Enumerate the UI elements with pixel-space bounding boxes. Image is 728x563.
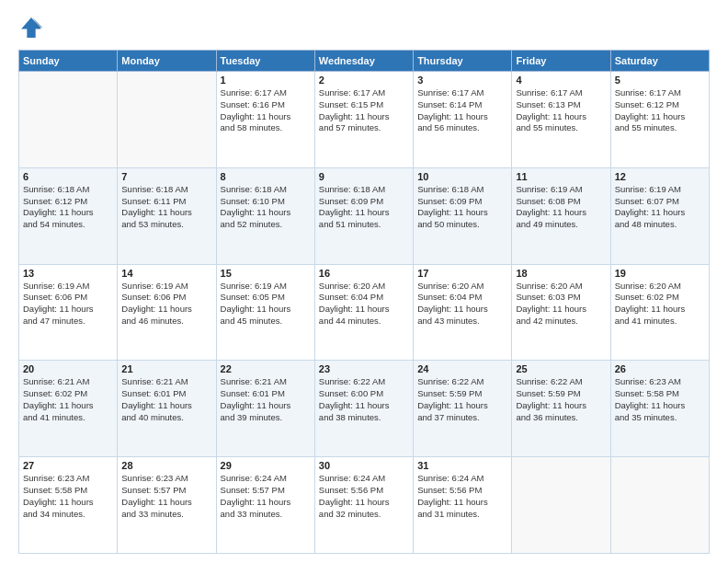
calendar-cell: 29Sunrise: 6:24 AMSunset: 5:57 PMDayligh… [216,457,314,554]
calendar-cell: 12Sunrise: 6:19 AMSunset: 6:07 PMDayligh… [610,167,709,264]
calendar-cell: 8Sunrise: 6:18 AMSunset: 6:10 PMDaylight… [216,167,314,264]
calendar-cell: 21Sunrise: 6:21 AMSunset: 6:01 PMDayligh… [118,361,216,457]
logo-icon [18,15,44,40]
calendar-cell: 23Sunrise: 6:22 AMSunset: 6:00 PMDayligh… [314,361,413,457]
calendar-cell: 17Sunrise: 6:20 AMSunset: 6:04 PMDayligh… [414,264,512,361]
day-number: 17 [417,268,507,279]
calendar-cell: 26Sunrise: 6:23 AMSunset: 5:58 PMDayligh… [610,361,709,457]
day-number: 21 [121,363,211,374]
calendar-week-5: 27Sunrise: 6:23 AMSunset: 5:58 PMDayligh… [19,457,710,554]
day-number: 11 [516,171,606,182]
day-info: Sunrise: 6:20 AMSunset: 6:02 PMDaylight:… [615,281,705,327]
day-info: Sunrise: 6:20 AMSunset: 6:04 PMDaylight:… [417,281,507,327]
day-number: 29 [221,460,311,471]
calendar-table: SundayMondayTuesdayWednesdayThursdayFrid… [18,50,710,554]
calendar-week-2: 6Sunrise: 6:18 AMSunset: 6:12 PMDaylight… [19,167,710,264]
calendar-cell: 15Sunrise: 6:19 AMSunset: 6:05 PMDayligh… [216,264,314,361]
calendar-cell: 3Sunrise: 6:17 AMSunset: 6:14 PMDaylight… [414,72,512,168]
calendar-week-1: 1Sunrise: 6:17 AMSunset: 6:16 PMDaylight… [19,72,710,168]
calendar-cell: 28Sunrise: 6:23 AMSunset: 5:57 PMDayligh… [118,457,216,554]
calendar-cell: 18Sunrise: 6:20 AMSunset: 6:03 PMDayligh… [512,264,610,361]
calendar-cell: 9Sunrise: 6:18 AMSunset: 6:09 PMDaylight… [314,167,413,264]
day-number: 1 [221,75,311,86]
calendar-cell: 31Sunrise: 6:24 AMSunset: 5:56 PMDayligh… [414,457,512,554]
day-info: Sunrise: 6:19 AMSunset: 6:08 PMDaylight:… [516,184,606,231]
day-info: Sunrise: 6:20 AMSunset: 6:03 PMDaylight:… [516,281,606,327]
day-info: Sunrise: 6:19 AMSunset: 6:06 PMDaylight:… [121,281,211,327]
day-number: 8 [221,171,311,182]
day-info: Sunrise: 6:18 AMSunset: 6:09 PMDaylight:… [319,184,409,231]
day-number: 28 [121,460,211,471]
day-info: Sunrise: 6:24 AMSunset: 5:57 PMDaylight:… [221,473,311,520]
day-number: 24 [417,363,507,374]
day-number: 13 [23,268,113,279]
calendar-cell: 5Sunrise: 6:17 AMSunset: 6:12 PMDaylight… [610,72,709,168]
day-number: 2 [319,75,409,86]
day-number: 6 [23,171,113,182]
day-number: 18 [516,268,606,279]
day-info: Sunrise: 6:17 AMSunset: 6:14 PMDaylight:… [417,87,507,134]
day-number: 16 [319,268,409,279]
calendar-cell: 1Sunrise: 6:17 AMSunset: 6:16 PMDaylight… [216,72,314,168]
day-info: Sunrise: 6:19 AMSunset: 6:06 PMDaylight:… [23,281,113,327]
calendar-header-sunday: Sunday [19,51,118,72]
day-info: Sunrise: 6:22 AMSunset: 5:59 PMDaylight:… [417,376,507,423]
day-info: Sunrise: 6:19 AMSunset: 6:07 PMDaylight:… [615,184,705,231]
calendar-cell: 6Sunrise: 6:18 AMSunset: 6:12 PMDaylight… [19,167,118,264]
day-number: 4 [516,75,606,86]
day-info: Sunrise: 6:23 AMSunset: 5:58 PMDaylight:… [615,376,705,423]
calendar-cell: 27Sunrise: 6:23 AMSunset: 5:58 PMDayligh… [19,457,118,554]
day-number: 26 [615,363,705,374]
calendar-week-3: 13Sunrise: 6:19 AMSunset: 6:06 PMDayligh… [19,264,710,361]
calendar-week-4: 20Sunrise: 6:21 AMSunset: 6:02 PMDayligh… [19,361,710,457]
calendar-cell: 14Sunrise: 6:19 AMSunset: 6:06 PMDayligh… [118,264,216,361]
day-number: 15 [221,268,311,279]
day-info: Sunrise: 6:22 AMSunset: 5:59 PMDaylight:… [516,376,606,423]
day-info: Sunrise: 6:24 AMSunset: 5:56 PMDaylight:… [417,473,507,520]
day-info: Sunrise: 6:18 AMSunset: 6:10 PMDaylight:… [221,184,311,231]
calendar-cell: 10Sunrise: 6:18 AMSunset: 6:09 PMDayligh… [414,167,512,264]
calendar-header-monday: Monday [118,51,216,72]
day-number: 31 [417,460,507,471]
day-info: Sunrise: 6:21 AMSunset: 6:01 PMDaylight:… [121,376,211,423]
calendar-cell: 2Sunrise: 6:17 AMSunset: 6:15 PMDaylight… [314,72,413,168]
calendar-cell: 20Sunrise: 6:21 AMSunset: 6:02 PMDayligh… [19,361,118,457]
day-info: Sunrise: 6:19 AMSunset: 6:05 PMDaylight:… [221,281,311,327]
calendar-cell: 7Sunrise: 6:18 AMSunset: 6:11 PMDaylight… [118,167,216,264]
day-info: Sunrise: 6:17 AMSunset: 6:16 PMDaylight:… [221,87,311,134]
day-info: Sunrise: 6:20 AMSunset: 6:04 PMDaylight:… [319,281,409,327]
svg-marker-0 [21,17,41,38]
day-number: 10 [417,171,507,182]
page: SundayMondayTuesdayWednesdayThursdayFrid… [0,0,728,563]
calendar-cell: 13Sunrise: 6:19 AMSunset: 6:06 PMDayligh… [19,264,118,361]
day-info: Sunrise: 6:22 AMSunset: 6:00 PMDaylight:… [319,376,409,423]
calendar-header-friday: Friday [512,51,610,72]
day-number: 25 [516,363,606,374]
calendar-cell: 4Sunrise: 6:17 AMSunset: 6:13 PMDaylight… [512,72,610,168]
day-number: 5 [615,75,705,86]
calendar-header-saturday: Saturday [610,51,709,72]
day-number: 27 [23,460,113,471]
calendar-header-tuesday: Tuesday [216,51,314,72]
calendar-cell: 19Sunrise: 6:20 AMSunset: 6:02 PMDayligh… [610,264,709,361]
calendar-cell [512,457,610,554]
day-info: Sunrise: 6:17 AMSunset: 6:12 PMDaylight:… [615,87,705,134]
day-info: Sunrise: 6:21 AMSunset: 6:02 PMDaylight:… [23,376,113,423]
day-info: Sunrise: 6:23 AMSunset: 5:58 PMDaylight:… [23,473,113,520]
calendar-cell [610,457,709,554]
calendar-cell [118,72,216,168]
calendar-cell: 30Sunrise: 6:24 AMSunset: 5:56 PMDayligh… [314,457,413,554]
calendar-cell: 16Sunrise: 6:20 AMSunset: 6:04 PMDayligh… [314,264,413,361]
day-number: 20 [23,363,113,374]
calendar-cell [19,72,118,168]
day-number: 30 [319,460,409,471]
day-info: Sunrise: 6:21 AMSunset: 6:01 PMDaylight:… [221,376,311,423]
day-number: 3 [417,75,507,86]
day-info: Sunrise: 6:18 AMSunset: 6:12 PMDaylight:… [23,184,113,231]
calendar-cell: 25Sunrise: 6:22 AMSunset: 5:59 PMDayligh… [512,361,610,457]
calendar-header-wednesday: Wednesday [314,51,413,72]
day-number: 23 [319,363,409,374]
day-number: 12 [615,171,705,182]
day-info: Sunrise: 6:18 AMSunset: 6:09 PMDaylight:… [417,184,507,231]
day-number: 7 [121,171,211,182]
